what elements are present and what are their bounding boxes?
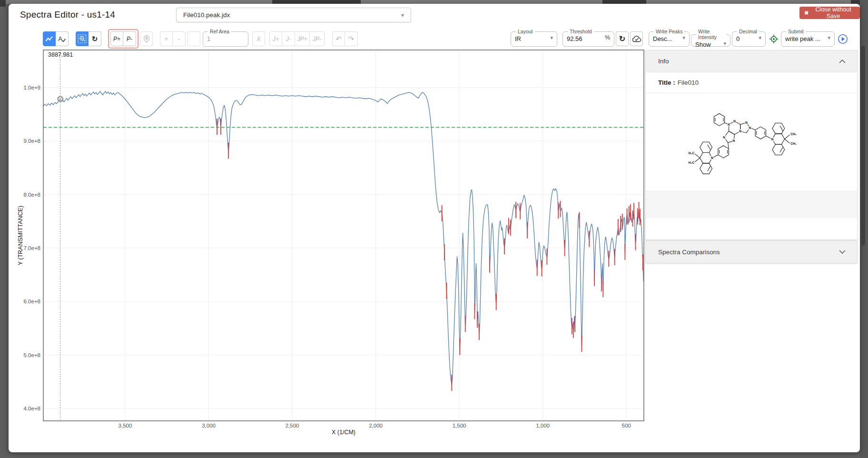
submit-value: write peak ... <box>785 35 820 42</box>
line-chart-icon <box>45 35 53 42</box>
plot-border <box>43 50 644 421</box>
info-accordion-header[interactable]: Info <box>646 50 857 72</box>
cursor-annotation: 3887.981 <box>48 51 73 58</box>
title-value: File010 <box>678 79 699 86</box>
write-peaks-select[interactable]: Write Peaks Desc... ▾ <box>649 29 690 47</box>
line-chart-mode-button[interactable] <box>43 31 56 46</box>
page-title: Spectra Editor - us1-14 <box>20 10 115 20</box>
spectra-comparisons-title: Spectra Comparisons <box>658 249 720 256</box>
ref-area-label: Ref Area <box>208 29 231 34</box>
x-tick-label: 2,500 <box>286 423 299 428</box>
write-intensity-select[interactable]: Write Intensity Show ▾ <box>691 29 730 47</box>
x-tick-label: 2,000 <box>369 423 383 428</box>
redo-icon: ↷ <box>348 35 355 43</box>
chevron-down-icon: ▾ <box>682 35 685 41</box>
background-chrome-strip <box>0 0 868 4</box>
spectra-comparisons-accordion: Spectra Comparisons <box>645 240 858 263</box>
title-label: Title : <box>658 79 675 86</box>
x-tick-label: 3,000 <box>202 423 216 428</box>
spectra-comparisons-header[interactable]: Spectra Comparisons <box>646 241 857 263</box>
increase-button: + <box>160 31 173 46</box>
submit-select[interactable]: Submit write peak ... ▾ <box>781 29 835 47</box>
location-pin-icon <box>143 35 150 43</box>
j-plus-label: J+ <box>273 36 279 42</box>
peak-remove-button[interactable]: P- <box>123 31 136 46</box>
clear-x-button: X <box>252 31 265 46</box>
y-tick-label: 8.0e+8 <box>24 192 41 198</box>
check-icon <box>62 39 66 42</box>
cloud-save-button[interactable] <box>630 31 643 46</box>
y-tick-label: 6.0e+8 <box>24 299 41 304</box>
x-tick-label: 3,500 <box>118 423 132 428</box>
y-tick-label: 5.0e+8 <box>24 352 41 358</box>
auto-assign-button[interactable]: A <box>56 31 69 46</box>
x-axis-title: X (1/CM) <box>332 429 355 436</box>
target-picker-button[interactable] <box>767 31 780 46</box>
svg-text:N: N <box>711 156 713 159</box>
cursor-point <box>58 96 63 101</box>
svg-text:N: N <box>771 137 774 140</box>
layout-value: IR <box>515 35 521 42</box>
svg-text:H₃C: H₃C <box>689 161 695 164</box>
peak-add-button[interactable]: P+ <box>110 31 123 46</box>
chrome-block <box>602 0 646 4</box>
ref-area-field: Ref Area 1 <box>203 29 248 47</box>
j-minus-button: J- <box>282 31 295 46</box>
svg-text:N: N <box>733 139 735 142</box>
spectrum-chart-svg[interactable]: 3,5003,0002,5002,0001,5001,0005001.0e+99… <box>15 46 651 442</box>
threshold-field[interactable]: Threshold 92.56 % <box>562 29 614 47</box>
chrome-block <box>272 0 361 4</box>
target-icon <box>769 34 779 44</box>
jp-minus-label: JP- <box>313 36 321 42</box>
pin-marker-button <box>140 31 153 46</box>
y-tick-label: 7.0e+8 <box>24 245 41 251</box>
spectrum-chart[interactable]: 3,5003,0002,5002,0001,5001,0005001.0e+99… <box>15 46 651 442</box>
x-label: X <box>256 36 260 42</box>
refresh-icon: ↻ <box>92 35 98 43</box>
close-without-save-button[interactable]: ✖ Close without Save <box>799 7 860 19</box>
threshold-label: Threshold <box>568 29 594 34</box>
jp-plus-label: JP+ <box>297 36 307 42</box>
info-panel-footer-strip <box>646 191 857 218</box>
info-accordion-title: Info <box>658 58 669 65</box>
scrollbar-thumb[interactable] <box>861 46 865 246</box>
y-tick-label: 4.0e+8 <box>24 406 41 411</box>
decimal-label: Decimal <box>737 29 759 34</box>
close-icon: ✖ <box>804 10 809 16</box>
write-peaks-label: Write Peaks <box>654 29 684 34</box>
reset-zoom-button[interactable]: ↻ <box>89 31 101 46</box>
svg-text:N: N <box>739 129 741 133</box>
run-submit-button[interactable] <box>836 31 849 46</box>
chevron-down-icon: ▾ <box>723 40 726 47</box>
minus-label: - <box>178 36 180 42</box>
y-axis-title: Y (TRANSMITTANCE) <box>17 206 24 265</box>
decimal-value: 0 <box>736 35 740 42</box>
layout-select[interactable]: Layout IR ▾ <box>511 29 557 47</box>
svg-text:H₃C: H₃C <box>689 151 695 154</box>
svg-text:N: N <box>745 121 748 124</box>
peak-remove-label: P- <box>127 36 132 42</box>
molecule-box: N N N N N N N N N CH₃ CH₃ H₃C H₃ <box>646 93 857 191</box>
chevron-down-icon <box>839 250 846 254</box>
svg-text:N: N <box>733 119 736 122</box>
decimal-select[interactable]: Decimal 0 ▾ <box>732 29 766 47</box>
spectrum-title-row: Title : File010 <box>646 72 857 93</box>
chevron-up-icon <box>839 60 846 63</box>
jp-plus-button: JP+ <box>295 31 310 46</box>
layout-label: Layout <box>516 29 535 34</box>
undo-icon: ↶ <box>335 35 342 43</box>
close-button-label: Close without Save <box>811 6 855 20</box>
file-selector-dropdown[interactable]: File010.peak.jdx ▾ <box>176 8 411 22</box>
submit-label: Submit <box>786 29 806 34</box>
x-tick-label: 500 <box>622 423 631 428</box>
threshold-value: 92.56 <box>567 35 582 42</box>
info-panel: Info Title : File010 <box>645 50 858 263</box>
zoom-select-button[interactable] <box>76 31 89 46</box>
refresh-threshold-button[interactable]: ↻ <box>616 31 629 46</box>
redo-button: ↷ <box>345 31 358 46</box>
cloud-check-icon <box>632 35 641 42</box>
chevron-down-icon: ▾ <box>828 35 830 41</box>
svg-text:N: N <box>728 123 730 126</box>
info-panel-bottom-space <box>646 218 857 239</box>
svg-text:N: N <box>749 126 751 129</box>
